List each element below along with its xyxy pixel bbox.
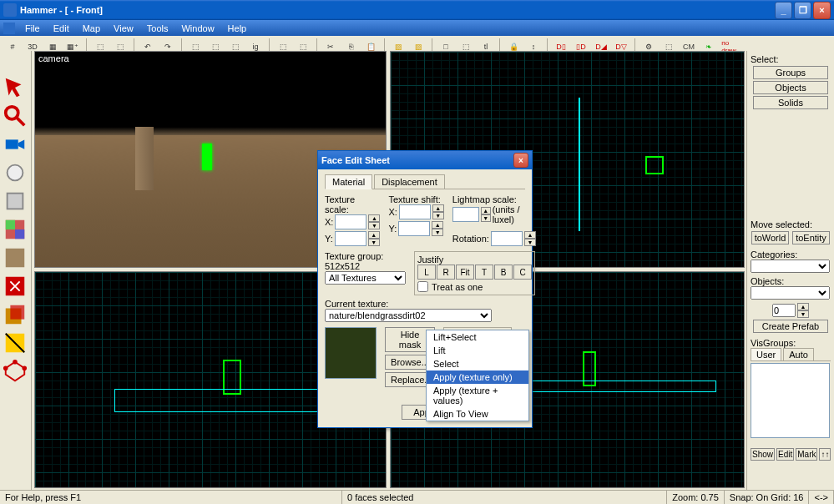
x-label: X: (388, 207, 397, 217)
justify-r-button[interactable]: R (437, 265, 455, 280)
visgroup-mark-button[interactable]: Mark (796, 448, 817, 461)
objects-select[interactable] (751, 286, 830, 300)
status-help: For Help, press F1 (0, 491, 342, 504)
menu-file[interactable]: File (18, 22, 47, 35)
camera-tool[interactable] (2, 131, 28, 158)
mode-item-2[interactable]: Select (427, 357, 528, 370)
menu-window[interactable]: Window (174, 22, 220, 35)
units-label: (units / luxel) (493, 204, 536, 224)
scale-y-input[interactable] (335, 231, 366, 246)
treat-as-one-label: Treat as one (432, 282, 483, 292)
y-label: Y: (325, 234, 333, 244)
dialog-titlebar[interactable]: Face Edit Sheet × (318, 151, 532, 169)
justify-l-button[interactable]: L (417, 265, 436, 280)
justify-label: Justify (417, 255, 532, 265)
lightmap-spin[interactable]: ▲▼ (481, 207, 491, 222)
faces-spin[interactable]: ▲▼ (797, 303, 809, 318)
justify-fit-button[interactable]: Fit (456, 265, 474, 280)
shift-x-input[interactable] (399, 204, 431, 219)
svg-rect-3 (8, 194, 23, 209)
scale-x-spin[interactable]: ▲▼ (368, 214, 380, 229)
texture-shift-label: Texture shift: (388, 194, 443, 204)
categories-label: Categories: (751, 249, 831, 260)
close-button[interactable]: × (813, 2, 831, 19)
mode-item-3[interactable]: Apply (texture only) (427, 370, 528, 384)
to-world-button[interactable]: toWorld (751, 231, 789, 244)
select-objects-button[interactable]: Objects (753, 81, 828, 94)
mode-item-1[interactable]: Lift (427, 344, 528, 357)
justify-t-button[interactable]: T (475, 265, 493, 280)
x-label: X: (325, 217, 333, 227)
scale-x-input[interactable] (335, 214, 366, 229)
menu-edit[interactable]: Edit (47, 22, 76, 35)
svg-point-2 (8, 165, 23, 181)
status-snap: Snap: On Grid: 16 (725, 491, 810, 504)
visgroup-up-button[interactable]: ↑↑ (819, 448, 831, 461)
decal-tool[interactable] (2, 273, 28, 300)
select-solids-button[interactable]: Solids (753, 96, 828, 109)
justify-b-button[interactable]: B (494, 265, 513, 280)
menu-help[interactable]: Help (221, 22, 254, 35)
mode-item-5[interactable]: Align To View (427, 407, 528, 421)
rotation-input[interactable] (491, 231, 523, 246)
texture-tool[interactable] (2, 216, 28, 243)
maximize-button[interactable]: ❐ (794, 2, 811, 19)
categories-select[interactable] (751, 260, 830, 273)
treat-as-one-check[interactable]: Treat as one (417, 281, 532, 292)
create-prefab-button[interactable]: Create Prefab (753, 320, 828, 333)
texture-group-select[interactable]: All Textures (325, 271, 406, 285)
texture-preview (325, 327, 377, 379)
camera-wall (135, 127, 154, 190)
selection-tool[interactable] (2, 74, 28, 101)
select-groups-button[interactable]: Groups (753, 66, 828, 79)
scale-y-spin[interactable]: ▲▼ (368, 231, 380, 246)
lightmap-input[interactable] (452, 207, 479, 222)
shift-y-input[interactable] (398, 221, 430, 236)
move-selected-label: Move selected: (751, 219, 831, 229)
selection-box (645, 156, 664, 174)
visgroups-label: VisGroups: (751, 338, 831, 348)
current-texture-select[interactable]: nature/blendgrassdirt02 (325, 309, 492, 322)
svg-point-14 (4, 366, 8, 370)
y-label: Y: (388, 224, 397, 234)
viewport-camera-label: camera (38, 53, 69, 63)
shift-x-spin[interactable]: ▲▼ (432, 204, 444, 219)
shift-y-spin[interactable]: ▲▼ (432, 221, 443, 236)
dialog-close-button[interactable]: × (513, 153, 528, 168)
dialog-title: Face Edit Sheet (321, 155, 513, 165)
entity-tool[interactable] (2, 159, 28, 186)
apply-texture-tool[interactable] (2, 244, 28, 271)
dialog-tab-displacement[interactable]: Displacement (374, 174, 445, 189)
block-tool[interactable] (2, 188, 28, 214)
wall-outline (579, 98, 580, 231)
floor-outline (114, 389, 348, 412)
svg-point-0 (6, 107, 18, 119)
vertex-tool[interactable] (2, 358, 28, 385)
mode-menu: Lift+Select Lift Select Apply (texture o… (426, 330, 529, 421)
visgroup-list[interactable] (751, 363, 830, 438)
mode-item-0[interactable]: Lift+Select (427, 330, 528, 344)
svg-rect-6 (15, 229, 24, 239)
svg-rect-7 (6, 249, 25, 268)
objects-label: Objects: (751, 276, 831, 286)
visgroup-tab-user[interactable]: User (751, 348, 781, 360)
justify-c-button[interactable]: C (513, 265, 532, 280)
visgroup-edit-button[interactable]: Edit (776, 448, 794, 461)
menu-map[interactable]: Map (76, 22, 107, 35)
rotation-spin[interactable]: ▲▼ (524, 231, 536, 246)
to-entity-button[interactable]: toEntity (792, 231, 830, 244)
mode-item-4[interactable]: Apply (texture + values) (427, 384, 528, 407)
menu-view[interactable]: View (107, 22, 140, 35)
faces-count-input[interactable] (772, 304, 796, 317)
svg-rect-5 (6, 220, 15, 229)
minimize-button[interactable]: _ (775, 2, 792, 19)
magnify-tool[interactable] (2, 103, 28, 129)
overlay-tool[interactable] (2, 301, 28, 328)
visgroup-tab-auto[interactable]: Auto (783, 348, 814, 360)
menu-tools[interactable]: Tools (140, 22, 175, 35)
visgroup-show-button[interactable]: Show (751, 448, 775, 461)
window-title: Hammer - [ - Front] (20, 5, 773, 15)
dialog-tab-material[interactable]: Material (325, 174, 372, 189)
svg-point-13 (23, 366, 26, 370)
clip-tool[interactable] (2, 330, 28, 356)
